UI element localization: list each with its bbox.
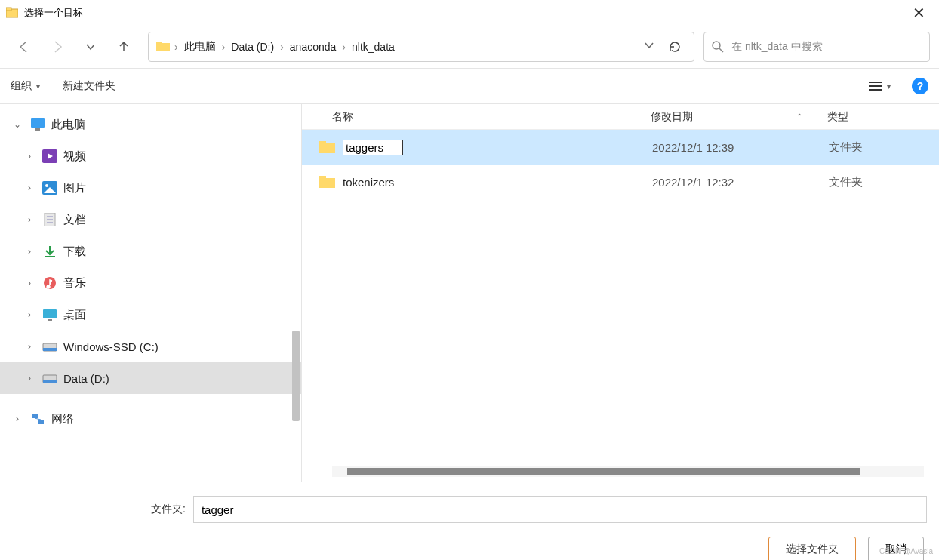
- back-button[interactable]: [9, 32, 39, 62]
- drive-icon: [42, 340, 57, 353]
- documents-icon: [42, 213, 57, 226]
- chevron-right-icon: ›: [11, 414, 24, 424]
- watermark: CSDN @Avasla: [879, 547, 933, 555]
- tree-desktop[interactable]: › 桌面: [0, 299, 301, 331]
- svg-rect-10: [35, 128, 40, 131]
- downloads-icon: [42, 245, 57, 258]
- col-name[interactable]: 名称: [319, 110, 651, 124]
- rename-input[interactable]: [343, 140, 403, 155]
- chevron-right-icon: ›: [342, 41, 346, 53]
- svg-rect-9: [31, 118, 45, 128]
- svg-rect-29: [38, 420, 44, 424]
- chevron-right-icon: ›: [23, 246, 36, 257]
- table-row[interactable]: 2022/12/1 12:39 文件夹: [302, 130, 939, 165]
- tree-pictures[interactable]: › 图片: [0, 172, 301, 204]
- table-row[interactable]: tokenizers 2022/12/1 12:32 文件夹: [302, 165, 939, 199]
- drive-icon: [42, 371, 57, 385]
- chevron-right-icon: ›: [23, 278, 36, 288]
- tree-network[interactable]: › 网络: [0, 403, 301, 435]
- row-date: 2022/12/1 12:32: [652, 176, 829, 189]
- crumb-3[interactable]: nltk_data: [347, 38, 399, 56]
- svg-rect-1: [6, 8, 11, 11]
- col-type[interactable]: 类型: [827, 110, 939, 124]
- monitor-icon: [30, 118, 45, 131]
- svg-line-5: [719, 48, 723, 52]
- svg-rect-32: [319, 141, 326, 145]
- svg-rect-28: [32, 414, 38, 418]
- breadcrumb-bar[interactable]: › 此电脑 › Data (D:) › anaconda › nltk_data: [148, 32, 694, 62]
- toolbar: 组织 ▾ 新建文件夹 ▾ ?: [0, 68, 939, 104]
- organize-menu[interactable]: 组织 ▾: [11, 79, 40, 93]
- svg-rect-3: [156, 42, 162, 45]
- recent-dropdown[interactable]: [75, 32, 106, 62]
- chevron-right-icon: ›: [280, 41, 284, 53]
- chevron-down-icon: ▾: [36, 82, 40, 91]
- footer: 文件夹: 选择文件夹 取消: [0, 482, 939, 560]
- network-icon: [30, 412, 45, 426]
- tree-downloads[interactable]: › 下载: [0, 235, 301, 267]
- crumb-1[interactable]: Data (D:): [226, 38, 279, 56]
- view-menu[interactable]: ▾: [869, 81, 891, 91]
- up-button[interactable]: [109, 32, 139, 62]
- svg-rect-22: [43, 309, 57, 318]
- svg-rect-25: [43, 348, 57, 351]
- chevron-down-icon: ▾: [887, 82, 891, 91]
- search-input[interactable]: 在 nltk_data 中搜索: [703, 32, 930, 62]
- music-icon: [42, 276, 57, 290]
- column-headers: 名称 ⌃ 修改日期 类型: [302, 104, 939, 130]
- close-button[interactable]: ✕: [905, 1, 933, 25]
- tree-this-pc[interactable]: ⌄ 此电脑: [0, 109, 301, 140]
- chevron-right-icon: ›: [23, 373, 36, 383]
- body: ⌄ 此电脑 › 视频 › 图片 › 文档 › 下载 › 音乐: [0, 104, 939, 482]
- help-button[interactable]: ?: [912, 78, 928, 94]
- list-icon: [869, 81, 882, 91]
- select-folder-button[interactable]: 选择文件夹: [768, 537, 856, 560]
- sidebar-scrollbar[interactable]: [292, 331, 300, 421]
- chevron-right-icon: ›: [23, 214, 36, 225]
- row-date: 2022/12/1 12:39: [652, 141, 829, 154]
- svg-rect-34: [319, 176, 326, 180]
- svg-point-14: [45, 184, 48, 187]
- folder-icon: [156, 41, 170, 53]
- video-icon: [42, 149, 57, 163]
- crumb-0[interactable]: 此电脑: [180, 37, 220, 57]
- titlebar: 选择一个目标 ✕: [0, 0, 939, 26]
- forward-button[interactable]: [42, 32, 72, 62]
- search-placeholder: 在 nltk_data 中搜索: [731, 40, 823, 54]
- search-icon: [712, 41, 724, 53]
- file-list: 名称 ⌃ 修改日期 类型 2022/12/1 12:39 文件夹 tokeniz…: [302, 104, 939, 482]
- svg-rect-23: [48, 319, 52, 321]
- row-name: tokenizers: [343, 176, 652, 189]
- chevron-right-icon: ›: [23, 151, 36, 162]
- sort-indicator-icon: ⌃: [796, 112, 802, 121]
- chevron-right-icon: ›: [23, 183, 36, 193]
- row-type: 文件夹: [829, 175, 863, 189]
- tree-drive-c[interactable]: › Windows-SSD (C:): [0, 331, 301, 362]
- navbar: › 此电脑 › Data (D:) › anaconda › nltk_data…: [0, 26, 939, 68]
- svg-point-4: [713, 42, 720, 49]
- svg-rect-27: [43, 380, 57, 383]
- sidebar: ⌄ 此电脑 › 视频 › 图片 › 文档 › 下载 › 音乐: [0, 104, 302, 482]
- chevron-down-icon: ⌄: [11, 119, 24, 130]
- desktop-icon: [42, 308, 57, 322]
- chevron-right-icon: ›: [222, 41, 226, 53]
- chevron-right-icon: ›: [174, 41, 178, 53]
- folder-name-input[interactable]: [193, 496, 927, 523]
- tree-videos[interactable]: › 视频: [0, 140, 301, 172]
- pictures-icon: [42, 181, 57, 195]
- chevron-right-icon: ›: [23, 309, 36, 320]
- app-icon: [6, 7, 18, 19]
- tree-music[interactable]: › 音乐: [0, 267, 301, 299]
- chevron-down-icon[interactable]: [644, 40, 654, 54]
- refresh-icon[interactable]: [668, 40, 682, 54]
- folder-icon: [319, 175, 335, 189]
- svg-line-30: [35, 418, 41, 420]
- tree-documents[interactable]: › 文档: [0, 204, 301, 235]
- crumb-2[interactable]: anaconda: [285, 38, 341, 56]
- folder-label: 文件夹:: [151, 503, 186, 516]
- chevron-right-icon: ›: [23, 341, 36, 352]
- folder-icon: [319, 140, 335, 154]
- horizontal-scrollbar[interactable]: [332, 466, 924, 477]
- tree-drive-d[interactable]: › Data (D:): [0, 362, 301, 394]
- new-folder-button[interactable]: 新建文件夹: [63, 79, 115, 93]
